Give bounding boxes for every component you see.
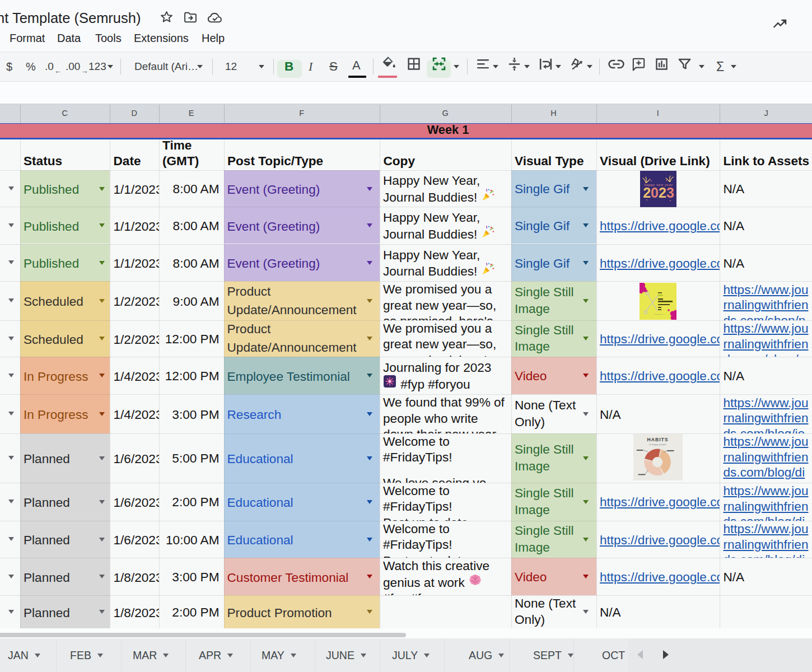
svg-text:of happy people: of happy people <box>649 443 666 446</box>
svg-text:HABITS: HABITS <box>647 437 668 442</box>
svg-text:2023: 2023 <box>643 185 674 200</box>
